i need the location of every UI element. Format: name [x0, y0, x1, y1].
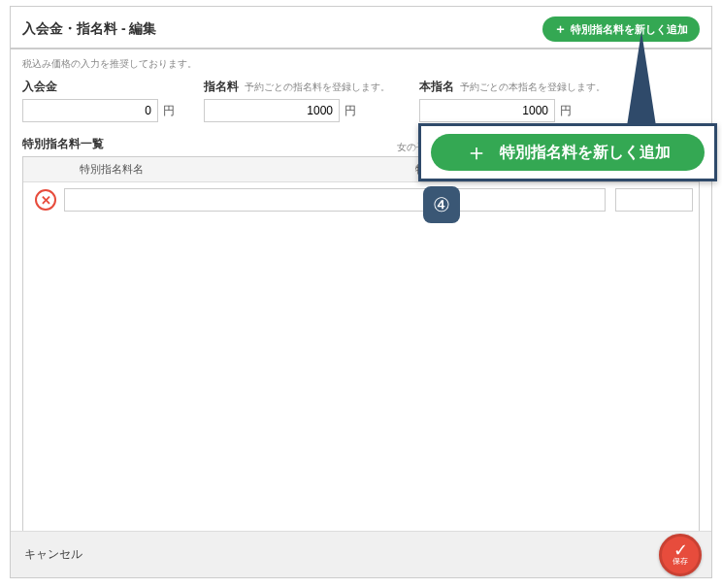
callout-add-button[interactable]: ＋ 特別指名料を新しく追加 [431, 134, 705, 171]
callout-tooltip: ＋ 特別指名料を新しく追加 [418, 123, 717, 181]
cancel-button[interactable]: キャンセル [24, 546, 82, 563]
footer: キャンセル ✓ 保存 [11, 531, 711, 577]
close-icon: ✕ [41, 193, 51, 208]
nomination-fee-unit: 円 [345, 103, 356, 119]
save-label: 保存 [673, 556, 688, 567]
nomination-fee-field: 指名料 予約ごとの指名料を登録します。 円 [204, 79, 390, 122]
nomination-fee-hint: 予約ごとの指名料を登録します。 [245, 81, 390, 94]
entry-fee-unit: 円 [163, 103, 175, 119]
fee-fields: 入会金 円 指名料 予約ごとの指名料を登録します。 円 [22, 79, 700, 122]
callout-add-label: 特別指名料を新しく追加 [500, 143, 671, 163]
real-nomination-fee-field: 本指名 予約ごとの本指名を登録します。 円 [419, 79, 606, 122]
real-nomination-fee-unit: 円 [560, 103, 572, 119]
special-fee-list: 特別指名料名 特別指名料 ✕ [22, 156, 700, 531]
nomination-fee-input[interactable] [204, 99, 340, 122]
col-name: 特別指名料名 [62, 162, 408, 177]
real-nomination-fee-hint: 予約ごとの本指名を登録します。 [460, 81, 606, 94]
step-badge: ④ [423, 186, 460, 223]
real-nomination-fee-input[interactable] [419, 99, 555, 122]
entry-fee-field: 入会金 円 [22, 79, 175, 122]
entry-fee-input[interactable] [22, 99, 158, 122]
table-row: ✕ [23, 182, 699, 217]
plus-icon: ＋ [554, 20, 567, 38]
tax-hint: 税込み価格の入力を推奨しております。 [22, 57, 700, 71]
page-title: 入会金・指名料 - 編集 [22, 20, 156, 38]
content: 税込み価格の入力を推奨しております。 入会金 円 指名料 予約ごとの指名料を登録… [11, 49, 711, 531]
dialog-panel: 入会金・指名料 - 編集 ＋ 特別指名料を新しく追加 税込み価格の入力を推奨して… [10, 6, 712, 578]
row-name-input[interactable] [64, 188, 606, 212]
real-nomination-fee-label: 本指名 [419, 79, 454, 95]
entry-fee-label: 入会金 [22, 79, 57, 95]
header: 入会金・指名料 - 編集 ＋ 特別指名料を新しく追加 [11, 7, 711, 49]
delete-row-button[interactable]: ✕ [35, 189, 56, 211]
row-fee-input[interactable] [615, 188, 693, 212]
save-button[interactable]: ✓ 保存 [659, 534, 702, 576]
add-special-fee-button[interactable]: ＋ 特別指名料を新しく追加 [542, 16, 700, 42]
nomination-fee-label: 指名料 [204, 79, 239, 95]
